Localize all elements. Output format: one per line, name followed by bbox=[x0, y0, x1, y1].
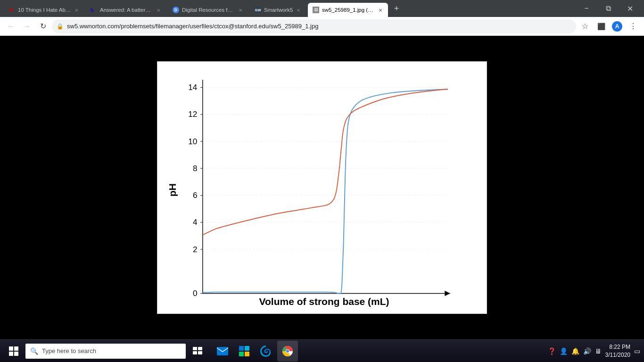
bookmark-button[interactable]: ☆ bbox=[578, 19, 592, 33]
chrome-browser-button[interactable] bbox=[277, 341, 298, 362]
search-icon: 🔍 bbox=[30, 347, 38, 355]
tab2-close[interactable]: × bbox=[156, 7, 161, 14]
clock: 8:22 PM 3/11/2020 bbox=[605, 343, 630, 359]
svg-rect-32 bbox=[217, 347, 228, 355]
address-bar[interactable] bbox=[52, 19, 576, 33]
windows-logo bbox=[9, 346, 18, 356]
tab-4[interactable]: SW Smartwork5 × bbox=[250, 3, 306, 17]
tab3-close[interactable]: × bbox=[238, 7, 243, 14]
svg-rect-35 bbox=[239, 352, 244, 356]
maximize-button[interactable]: ⧉ bbox=[598, 2, 619, 15]
nav-bar: ← → ↻ 🔒 ☆ ⬛ A ⋮ bbox=[0, 17, 644, 36]
tab1-favicon: ✕ bbox=[8, 7, 15, 13]
mail-icon bbox=[216, 345, 229, 357]
svg-text:10: 10 bbox=[188, 137, 197, 146]
show-desktop-button[interactable]: ▭ bbox=[634, 347, 640, 355]
address-bar-wrap: 🔒 bbox=[52, 19, 576, 33]
pinned-apps bbox=[212, 341, 298, 362]
menu-button[interactable]: ⋮ bbox=[626, 19, 640, 33]
nav-right: ☆ ⬛ A ⋮ bbox=[578, 19, 640, 33]
tab-3[interactable]: D Digital Resources for Chemistr × bbox=[168, 3, 248, 17]
chrome-icon bbox=[281, 345, 294, 357]
mail-app-button[interactable] bbox=[212, 341, 233, 362]
svg-rect-30 bbox=[193, 351, 197, 354]
start-button[interactable] bbox=[4, 341, 24, 361]
titration-chart: pH 14 12 10 bbox=[162, 71, 477, 309]
tab4-favicon: SW bbox=[255, 7, 261, 13]
chart-container: pH 14 12 10 bbox=[157, 61, 487, 314]
svg-rect-34 bbox=[245, 346, 249, 351]
main-content: pH 14 12 10 bbox=[0, 36, 644, 339]
date-display: 3/11/2020 bbox=[605, 351, 630, 359]
svg-marker-3 bbox=[445, 291, 450, 296]
title-bar: ✕ 10 Things I Hate About Yo × b Answered… bbox=[0, 0, 644, 17]
search-placeholder-text: Type here to search bbox=[42, 347, 96, 354]
tab5-close[interactable]: × bbox=[378, 7, 383, 14]
taskbar-search-bar[interactable]: 🔍 Type here to search bbox=[25, 344, 186, 359]
browser-window: ✕ 10 Things I Hate About Yo × b Answered… bbox=[0, 0, 644, 362]
extension-icon-1[interactable]: ⬛ bbox=[594, 19, 608, 33]
help-icon[interactable]: ❓ bbox=[548, 347, 556, 355]
window-controls: − ⧉ ✕ bbox=[576, 2, 640, 15]
task-view-button[interactable] bbox=[188, 341, 208, 362]
svg-text:0: 0 bbox=[193, 288, 198, 298]
svg-rect-36 bbox=[245, 352, 249, 356]
tab1-close[interactable]: × bbox=[74, 7, 79, 14]
taskbar: 🔍 Type here to search bbox=[0, 339, 644, 362]
tab-1[interactable]: ✕ 10 Things I Hate About Yo × bbox=[4, 3, 84, 17]
tab-2[interactable]: b Answered: A battery can provic × bbox=[86, 3, 166, 17]
refresh-button[interactable]: ↻ bbox=[36, 19, 50, 33]
system-tray: ❓ 👤 🔔 🔊 🖥 8:22 PM 3/11/2020 ▭ bbox=[548, 343, 640, 359]
svg-text:Volume of strong base (mL): Volume of strong base (mL) bbox=[259, 296, 389, 307]
svg-text:12: 12 bbox=[188, 109, 197, 119]
task-view-icon bbox=[193, 347, 203, 355]
lock-icon: 🔒 bbox=[57, 23, 64, 30]
svg-text:4: 4 bbox=[193, 217, 198, 227]
tab-5[interactable]: 🖼 sw5_25989_1.jpg (700×536) × bbox=[308, 3, 388, 17]
svg-rect-29 bbox=[198, 347, 202, 350]
tab5-favicon: 🖼 bbox=[313, 7, 319, 13]
tab4-close[interactable]: × bbox=[296, 7, 301, 14]
new-tab-button[interactable]: + bbox=[390, 2, 403, 15]
svg-rect-31 bbox=[198, 351, 202, 354]
speaker-icon[interactable]: 🔊 bbox=[583, 347, 591, 355]
tab3-label: Digital Resources for Chemistr bbox=[182, 7, 235, 13]
svg-text:6: 6 bbox=[193, 190, 198, 200]
store-icon bbox=[238, 345, 250, 357]
notifications-icon[interactable]: 🔔 bbox=[571, 347, 579, 355]
google-account-button[interactable]: A bbox=[610, 19, 624, 33]
svg-rect-33 bbox=[239, 346, 244, 351]
time-display: 8:22 PM bbox=[605, 343, 630, 351]
svg-rect-28 bbox=[193, 347, 197, 350]
svg-text:8: 8 bbox=[193, 164, 198, 173]
people-icon[interactable]: 👤 bbox=[560, 347, 568, 355]
svg-text:pH: pH bbox=[167, 183, 178, 197]
edge-icon bbox=[260, 345, 272, 357]
tab5-label: sw5_25989_1.jpg (700×536) bbox=[322, 7, 375, 13]
store-app-button[interactable] bbox=[234, 341, 255, 362]
minimize-button[interactable]: − bbox=[576, 2, 597, 15]
tab1-label: 10 Things I Hate About Yo bbox=[18, 7, 71, 13]
tab2-favicon: b bbox=[91, 7, 97, 13]
edge-browser-button[interactable] bbox=[256, 341, 276, 362]
svg-point-39 bbox=[286, 350, 289, 353]
forward-button[interactable]: → bbox=[20, 19, 34, 33]
svg-text:2: 2 bbox=[193, 245, 198, 254]
close-button[interactable]: ✕ bbox=[619, 2, 640, 15]
tab2-label: Answered: A battery can provic bbox=[100, 7, 153, 13]
svg-text:14: 14 bbox=[188, 82, 198, 92]
tab3-favicon: D bbox=[173, 7, 179, 13]
tab4-label: Smartwork5 bbox=[264, 7, 293, 13]
network-icon[interactable]: 🖥 bbox=[595, 347, 602, 355]
back-button[interactable]: ← bbox=[4, 19, 18, 33]
